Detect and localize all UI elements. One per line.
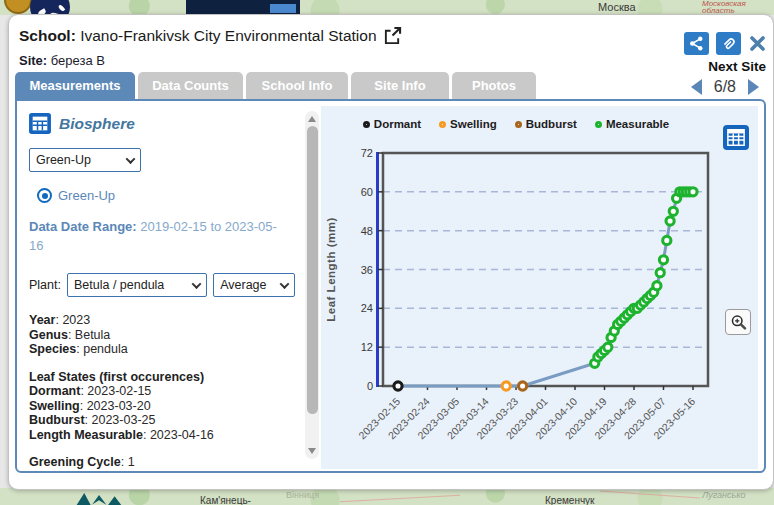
screen: Москва Московская область Кам'янець- Він… (0, 0, 774, 505)
school-label: School: (19, 27, 76, 44)
legend-ring-icon (363, 121, 370, 128)
globe-program-logo (4, 0, 32, 14)
leaf-length-chart-container: DormantSwellingBudburstMeasurable 012243… (321, 106, 758, 469)
map-toolbar-fragment (186, 0, 300, 15)
next-site-label: Next Site (708, 59, 766, 74)
chart-zoom-button[interactable] (725, 309, 751, 335)
tab-site-info[interactable]: Site Info (351, 72, 449, 99)
site-data-dialog: School: Ivano-Frankivsk City Environment… (8, 14, 774, 490)
close-button[interactable] (748, 34, 767, 53)
map-city-label: Кам'янець- (200, 495, 251, 505)
share-button[interactable] (684, 32, 709, 55)
leaf-states-heading: Leaf States (first occurences) (29, 370, 295, 385)
close-icon (750, 36, 765, 51)
measurements-panel: Biosphere Green-Up Green-Up Data Date Ra… (15, 99, 766, 473)
paperclip-icon (721, 36, 737, 52)
chevron-down-icon (280, 279, 290, 289)
svg-text:72: 72 (361, 147, 373, 159)
legend-item-swelling: Swelling (439, 118, 497, 130)
map-region-label: Московская область (702, 0, 772, 14)
site-label: Site: (19, 53, 47, 68)
map-road (600, 491, 700, 499)
detail-species: Species: pendula (29, 342, 295, 357)
data-table-icon (29, 113, 51, 134)
map-marker-icon (76, 493, 122, 505)
next-site-arrow[interactable] (748, 79, 759, 95)
svg-text:0: 0 (367, 380, 373, 392)
detail-genus: Genus: Betula (29, 328, 295, 343)
map-city-label: Кременчук (545, 495, 595, 505)
site-name: береза B (51, 53, 105, 68)
legend-ring-icon (439, 121, 446, 128)
open-external-icon[interactable] (383, 27, 402, 45)
section-title: Biosphere (59, 115, 135, 133)
scroll-up-arrow[interactable] (308, 116, 316, 122)
leaf-length-chart: 01224364860722023-02-152023-02-242023-03… (321, 132, 756, 466)
tab-measurements[interactable]: Measurements (15, 72, 135, 99)
legend-item-budburst: Budburst (515, 118, 577, 130)
greenup-radio-label: Green-Up (58, 188, 115, 203)
leaf-state-dormant: Dormant: 2023-02-15 (29, 384, 295, 399)
tab-data-counts[interactable]: Data Counts (138, 72, 243, 99)
svg-text:48: 48 (361, 225, 373, 237)
chart-legend: DormantSwellingBudburstMeasurable (321, 118, 711, 130)
legend-item-dormant: Dormant (363, 118, 421, 130)
svg-text:60: 60 (361, 186, 373, 198)
detail-vegetation-type: Vegetation Type: tree (29, 470, 295, 472)
tab-bar: Measurements Data Counts School Info Sit… (15, 72, 536, 99)
legend-item-measurable: Measurable (595, 118, 669, 130)
leaf-state-measurable: Length Measurable: 2023-04-16 (29, 428, 295, 443)
statistic-select[interactable]: Average (213, 273, 295, 297)
svg-text:12: 12 (361, 341, 373, 353)
svg-text:24: 24 (361, 302, 373, 314)
map-city-label: Вінниця (286, 490, 319, 500)
svg-text:Leaf Length (mm): Leaf Length (mm) (325, 217, 337, 321)
permalink-button[interactable] (716, 32, 741, 55)
chevron-down-icon (126, 154, 136, 164)
detail-greening-cycle: Greening Cycle: 1 (29, 455, 295, 470)
school-name: Ivano-Frankivsk City Environmental Stati… (80, 27, 376, 44)
detail-year: Year: 2023 (29, 313, 295, 328)
svg-text:36: 36 (361, 264, 373, 276)
map-road (340, 495, 460, 502)
share-icon (689, 36, 704, 51)
greenup-radio[interactable] (37, 188, 52, 203)
sidebar-scrollbar[interactable] (305, 111, 319, 459)
tab-school-info[interactable]: School Info (246, 72, 348, 99)
plant-label: Plant: (29, 278, 61, 292)
protocol-select[interactable]: Green-Up (29, 148, 141, 172)
magnifier-plus-icon (730, 314, 747, 331)
scroll-down-arrow[interactable] (308, 448, 316, 454)
plant-select[interactable]: Betula / pendula (67, 273, 207, 297)
chevron-down-icon (192, 279, 202, 289)
measurement-sidebar: Biosphere Green-Up Green-Up Data Date Ra… (17, 101, 301, 471)
legend-ring-icon (595, 121, 602, 128)
site-page-indicator: 6/8 (714, 78, 736, 96)
data-date-range: Data Date Range: 2019-02-15 to 2023-05-1… (29, 217, 279, 255)
previous-site-arrow[interactable] (691, 79, 702, 95)
background-map-bottom: Кам'янець- Вінниця Кременчук Лугансько (0, 488, 774, 505)
map-city-label: Москва (598, 1, 636, 13)
scrollbar-thumb[interactable] (307, 126, 318, 414)
site-pager: 6/8 (691, 78, 759, 96)
biosphere-sphere-logo (30, 0, 70, 15)
background-map-top: Москва Московская область (0, 0, 774, 15)
leaf-state-budburst: Budburst: 2023-03-25 (29, 413, 295, 428)
school-title: School: Ivano-Frankivsk City Environment… (19, 27, 402, 45)
tab-photos[interactable]: Photos (452, 72, 536, 99)
site-title: Site: береза B (19, 53, 105, 68)
map-region-label: Лугансько (702, 490, 745, 500)
legend-ring-icon (515, 121, 522, 128)
leaf-state-swelling: Swelling: 2023-03-20 (29, 399, 295, 414)
